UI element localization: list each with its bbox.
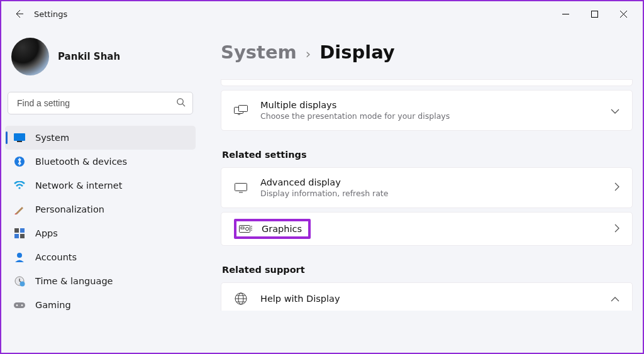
chevron-down-icon [611, 106, 619, 116]
svg-point-15 [21, 304, 23, 306]
sidebar-item-time-language[interactable]: Time & language [5, 269, 196, 293]
sidebar-item-label: Network & internet [35, 180, 122, 191]
svg-point-14 [16, 304, 18, 306]
card-title: Graphics [262, 224, 302, 234]
card-subtitle: Display information, refresh rate [260, 189, 602, 199]
svg-rect-2 [14, 133, 25, 141]
card-title: Multiple displays [260, 99, 598, 111]
sidebar-item-label: Apps [35, 228, 58, 238]
card-multiple-displays[interactable]: Multiple displays Choose the presentatio… [221, 90, 633, 131]
svg-point-1 [177, 99, 183, 104]
maximize-button[interactable] [580, 1, 609, 26]
card-help-display[interactable]: Help with Display [221, 282, 633, 311]
clock-globe-icon [14, 275, 25, 287]
graphics-icon [239, 222, 253, 236]
svg-rect-0 [591, 11, 597, 17]
sidebar-item-personalization[interactable]: Personalization [5, 197, 196, 221]
svg-rect-7 [20, 228, 25, 233]
svg-rect-6 [14, 228, 19, 233]
svg-point-12 [19, 281, 25, 286]
gaming-icon [14, 299, 25, 311]
chevron-right-icon [614, 224, 619, 235]
chevron-right-icon [614, 182, 619, 193]
card-subtitle: Choose the presentation mode for your di… [260, 111, 598, 121]
apps-icon [14, 228, 25, 239]
card-graphics[interactable]: Graphics [221, 212, 633, 246]
minimize-icon [562, 11, 569, 18]
svg-point-21 [246, 228, 249, 231]
card-stub [221, 79, 633, 86]
paintbrush-icon [14, 204, 25, 215]
svg-rect-20 [241, 227, 244, 229]
globe-help-icon [234, 292, 248, 306]
search-input[interactable] [8, 92, 193, 114]
sidebar-item-label: Personalization [35, 204, 104, 214]
sidebar-item-apps[interactable]: Apps [5, 221, 196, 245]
section-related-support: Related support [222, 265, 633, 275]
close-button[interactable] [609, 1, 638, 26]
maximize-icon [591, 11, 598, 18]
chevron-right-icon: › [306, 47, 311, 62]
avatar[interactable] [11, 38, 49, 75]
breadcrumb-parent[interactable]: System [221, 41, 297, 63]
svg-point-10 [17, 253, 22, 258]
sidebar-item-label: Time & language [35, 276, 113, 286]
display-icon [234, 181, 248, 195]
card-title: Help with Display [260, 293, 598, 305]
sidebar-item-label: Accounts [35, 252, 77, 262]
wifi-icon [14, 180, 25, 191]
svg-rect-13 [14, 302, 25, 308]
back-arrow-icon [14, 9, 24, 19]
svg-rect-17 [239, 105, 248, 111]
back-button[interactable] [6, 1, 31, 26]
svg-rect-18 [235, 183, 247, 191]
svg-point-5 [18, 187, 20, 189]
card-title: Advanced display [260, 177, 602, 189]
multiple-displays-icon [234, 104, 248, 118]
sidebar-item-label: Gaming [35, 300, 71, 310]
minimize-button[interactable] [551, 1, 580, 26]
highlight-annotation: Graphics [234, 219, 311, 239]
search-icon [176, 97, 186, 109]
sidebar-item-network[interactable]: Network & internet [5, 174, 196, 197]
breadcrumb-current: Display [319, 41, 395, 63]
system-icon [14, 132, 25, 143]
chevron-up-icon [611, 294, 619, 304]
sidebar-item-system[interactable]: System [5, 126, 196, 150]
breadcrumb: System › Display [221, 41, 633, 63]
accounts-icon [14, 252, 25, 263]
sidebar-item-label: Bluetooth & devices [35, 157, 127, 167]
close-icon [620, 11, 627, 18]
bluetooth-icon [14, 156, 25, 167]
sidebar-item-gaming[interactable]: Gaming [5, 293, 196, 317]
window-title: Settings [34, 9, 67, 19]
card-advanced-display[interactable]: Advanced display Display information, re… [221, 167, 633, 208]
svg-rect-9 [20, 234, 25, 238]
sidebar-item-bluetooth[interactable]: Bluetooth & devices [5, 150, 196, 174]
svg-rect-8 [14, 234, 19, 238]
section-related-settings: Related settings [222, 150, 633, 160]
svg-rect-3 [17, 141, 22, 142]
sidebar-item-accounts[interactable]: Accounts [5, 245, 196, 269]
sidebar-item-label: System [35, 133, 69, 143]
profile-name: Pankil Shah [58, 51, 120, 62]
